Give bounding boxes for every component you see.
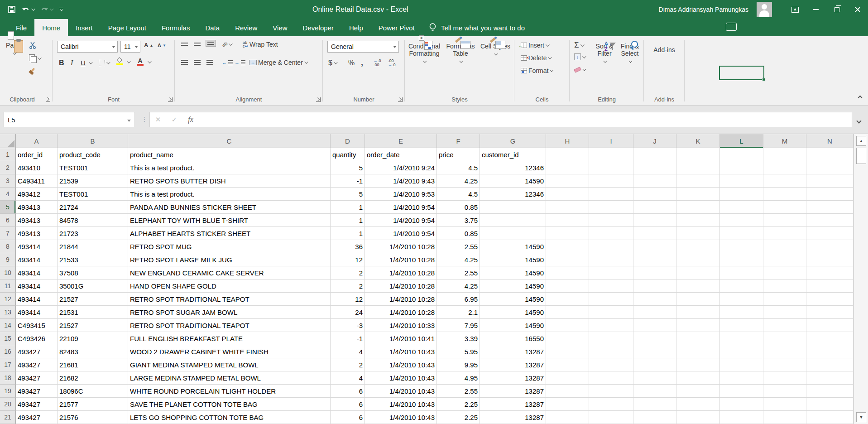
cell[interactable] xyxy=(480,201,546,214)
comments-icon[interactable] xyxy=(726,23,737,31)
user-avatar[interactable] xyxy=(757,2,772,17)
cell[interactable]: 21577 xyxy=(58,398,128,411)
cell[interactable]: 21531 xyxy=(58,306,128,319)
cell[interactable]: HAND OPEN SHAPE GOLD xyxy=(128,279,331,293)
cell[interactable] xyxy=(676,161,720,174)
tab-help[interactable]: Help xyxy=(341,19,371,36)
cell[interactable]: TEST001 xyxy=(58,161,128,174)
cell[interactable]: 5 xyxy=(331,188,365,201)
column-header-C[interactable]: C xyxy=(128,134,331,148)
cell[interactable]: 1 xyxy=(331,201,365,214)
cell[interactable]: NEW ENGLAND CERAMIC CAKE SERVER xyxy=(128,266,331,279)
fill-color-button[interactable] xyxy=(116,58,123,65)
scrollbar-thumb[interactable] xyxy=(856,148,866,164)
customize-quick-access-icon[interactable] xyxy=(59,8,63,12)
cell[interactable]: 24 xyxy=(331,306,365,319)
row-number-19[interactable]: 19 xyxy=(0,385,16,398)
cell[interactable]: 0.85 xyxy=(437,227,480,240)
cell[interactable]: 493410 xyxy=(16,161,58,174)
select-all-button[interactable] xyxy=(0,134,16,148)
cell[interactable]: price xyxy=(437,148,480,161)
cell[interactable] xyxy=(546,358,589,371)
cell[interactable]: 18096C xyxy=(58,385,128,398)
column-header-J[interactable]: J xyxy=(633,134,676,148)
fill-button[interactable]: ↓ xyxy=(574,53,585,60)
tab-home[interactable]: Home xyxy=(34,19,68,36)
cell[interactable]: 12346 xyxy=(480,188,546,201)
cell[interactable] xyxy=(633,411,676,424)
cell[interactable] xyxy=(589,188,633,201)
cell[interactable] xyxy=(676,371,720,385)
bottom-align-button[interactable] xyxy=(206,40,216,47)
column-header-E[interactable]: E xyxy=(365,134,437,148)
cell[interactable]: 12 xyxy=(331,293,365,306)
vertical-scrollbar[interactable]: ▲ ▼ xyxy=(854,134,868,424)
cell[interactable] xyxy=(589,201,633,214)
cell[interactable]: 13287 xyxy=(480,385,546,398)
cell[interactable]: 493412 xyxy=(16,188,58,201)
cell[interactable]: 2.55 xyxy=(437,266,480,279)
cell[interactable]: 14590 xyxy=(480,174,546,188)
cell[interactable] xyxy=(676,385,720,398)
cell[interactable]: 2.55 xyxy=(437,385,480,398)
cell[interactable] xyxy=(763,385,806,398)
cell[interactable] xyxy=(546,371,589,385)
cell[interactable]: 37508 xyxy=(58,266,128,279)
underline-dropdown-icon[interactable] xyxy=(89,62,91,64)
cell[interactable] xyxy=(720,240,763,253)
cell[interactable]: 21682 xyxy=(58,371,128,385)
cell[interactable]: -3 xyxy=(331,319,365,332)
cell[interactable] xyxy=(720,266,763,279)
cell[interactable] xyxy=(633,398,676,411)
cell[interactable]: 493427 xyxy=(16,385,58,398)
cell[interactable] xyxy=(720,398,763,411)
fill-handle[interactable] xyxy=(762,78,765,81)
cut-button[interactable] xyxy=(29,42,36,49)
cell[interactable]: SAVE THE PLANET COTTON TOTE BAG xyxy=(128,398,331,411)
cell[interactable] xyxy=(589,279,633,293)
cell[interactable]: 2 xyxy=(331,279,365,293)
cell[interactable]: 22109 xyxy=(58,332,128,345)
row-number-8[interactable]: 8 xyxy=(0,240,16,253)
tab-insert[interactable]: Insert xyxy=(68,19,101,36)
cell[interactable] xyxy=(589,240,633,253)
top-align-button[interactable] xyxy=(181,43,188,46)
cell[interactable]: 13287 xyxy=(480,411,546,424)
sort-filter-button[interactable]: AZ Sort & Filter xyxy=(591,41,618,64)
cell[interactable]: 1/4/2010 10:28 xyxy=(365,306,437,319)
cell[interactable] xyxy=(633,371,676,385)
font-dialog-launcher-icon[interactable] xyxy=(168,97,173,102)
collapse-ribbon-button[interactable] xyxy=(858,93,862,101)
cell[interactable]: 14590 xyxy=(480,319,546,332)
cell[interactable] xyxy=(720,319,763,332)
cell[interactable]: 21724 xyxy=(58,201,128,214)
cell[interactable] xyxy=(806,332,854,345)
column-header-L[interactable]: L xyxy=(720,134,763,148)
cell[interactable]: 493427 xyxy=(16,345,58,358)
cell[interactable]: RETRO SPOTS BUTTER DISH xyxy=(128,174,331,188)
cell[interactable] xyxy=(806,214,854,227)
cell[interactable] xyxy=(546,279,589,293)
cell[interactable]: 5.95 xyxy=(437,345,480,358)
cell[interactable] xyxy=(633,214,676,227)
row-number-21[interactable]: 21 xyxy=(0,411,16,424)
row-number-20[interactable]: 20 xyxy=(0,398,16,411)
cell[interactable]: 84578 xyxy=(58,214,128,227)
cell[interactable]: 493413 xyxy=(16,201,58,214)
cell[interactable] xyxy=(720,201,763,214)
cell[interactable] xyxy=(720,214,763,227)
row-number-5[interactable]: 5 xyxy=(0,201,16,214)
cell[interactable] xyxy=(676,266,720,279)
cell[interactable]: RETRO SPOT MUG xyxy=(128,240,331,253)
formula-bar-resize-handle[interactable]: ⋮ xyxy=(141,116,148,123)
cell[interactable] xyxy=(806,306,854,319)
cell[interactable]: 4.25 xyxy=(437,253,480,266)
cell[interactable] xyxy=(676,306,720,319)
cell[interactable]: 21539 xyxy=(58,174,128,188)
cell[interactable] xyxy=(589,148,633,161)
cell[interactable]: 2 xyxy=(331,358,365,371)
column-header-N[interactable]: N xyxy=(806,134,854,148)
cell[interactable] xyxy=(676,240,720,253)
cell[interactable]: 493414 xyxy=(16,306,58,319)
cell[interactable] xyxy=(720,411,763,424)
